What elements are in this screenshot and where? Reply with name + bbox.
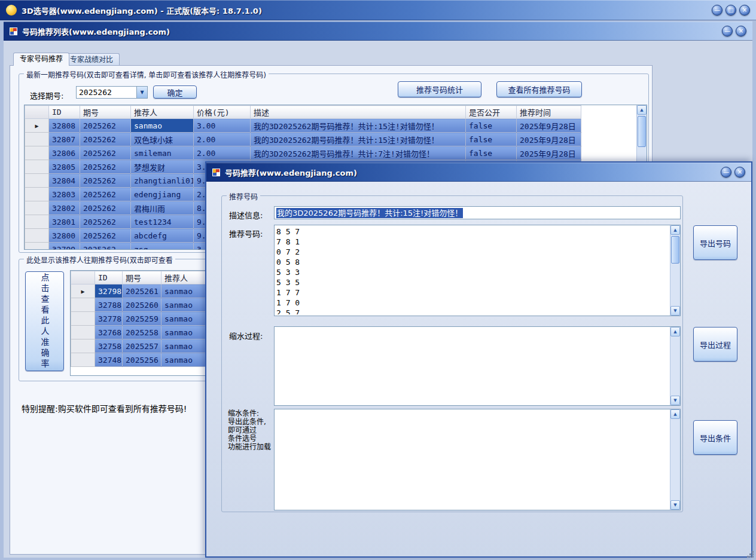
row-header[interactable]: ▶	[71, 284, 95, 298]
view-all-button[interactable]: 查看所有推荐号码	[496, 81, 582, 97]
scroll-down-button[interactable]: ▼	[670, 500, 680, 510]
minimize-button[interactable]: —	[721, 167, 731, 178]
grid-cell[interactable]: zsg	[131, 243, 194, 250]
table-row[interactable]: ▶328082025262sanmao3.00我的3D2025262期号码推荐！…	[25, 119, 581, 133]
close-button[interactable]: ×	[736, 26, 746, 36]
export-numbers-button[interactable]: 导出号码	[693, 225, 737, 260]
scrollbar-track[interactable]	[670, 336, 680, 396]
list-window-titlebar[interactable]: 号码推荐列表(www.edengjiang.com) — ×	[4, 22, 752, 41]
grid-cell[interactable]: 2025257	[123, 339, 161, 353]
grid-cell[interactable]: 我的3D2025262期号码推荐！共计:15注!对错勿怪！	[251, 133, 466, 146]
scroll-up-button[interactable]: ▲	[670, 409, 680, 419]
scroll-down-button[interactable]: ▼	[670, 306, 680, 316]
grid-cell[interactable]: 君梅川雨	[131, 201, 194, 215]
main-titlebar[interactable]: 3D选号器(www.edengjiang.com) - 正式版(版本号: 18.…	[0, 0, 756, 20]
grid-cell[interactable]: 2025年9月28日	[517, 119, 581, 133]
row-header[interactable]	[25, 160, 49, 174]
scroll-up-button[interactable]: ▲	[670, 225, 680, 235]
grid-cell[interactable]: false	[466, 133, 517, 146]
scrollbar-thumb[interactable]	[638, 116, 646, 147]
scrollbar-track[interactable]	[670, 235, 680, 306]
tab-expert-recommend[interactable]: 专家号码推荐	[13, 53, 69, 66]
grid-cell[interactable]: 32804	[49, 174, 80, 188]
grid-cell[interactable]: 2025年9月28日	[517, 133, 581, 146]
column-header[interactable]: ID	[95, 271, 123, 284]
export-condition-button[interactable]: 导出条件	[693, 420, 737, 455]
grid-cell[interactable]: 2025262	[80, 119, 131, 133]
grid-cell[interactable]: 32778	[95, 312, 123, 326]
grid-cell[interactable]: test1234	[131, 215, 194, 229]
accuracy-button[interactable]: 点击查看此人准确率	[25, 271, 64, 371]
row-header[interactable]	[25, 201, 49, 215]
row-header[interactable]	[25, 229, 49, 243]
grid-cell[interactable]: false	[466, 146, 517, 160]
grid-cell[interactable]: smileman	[131, 146, 194, 160]
export-process-button[interactable]: 导出过程	[693, 327, 737, 362]
grid-cell[interactable]: 梦想发财	[131, 160, 194, 174]
grid-cell[interactable]: 2025262	[80, 243, 131, 250]
column-header[interactable]: 期号	[80, 106, 131, 119]
column-header[interactable]: 推荐时间	[517, 106, 581, 119]
scroll-up-button[interactable]: ▲	[637, 105, 647, 115]
row-header[interactable]	[71, 353, 95, 367]
table-row[interactable]: 328072025262双色球小妹2.00我的3D2025262期号码推荐！共计…	[25, 133, 581, 146]
grid-cell[interactable]: 2025262	[80, 160, 131, 174]
row-header[interactable]	[25, 243, 49, 250]
grid-cell[interactable]: 2025262	[80, 174, 131, 188]
row-header[interactable]	[71, 298, 95, 312]
grid-cell[interactable]: 2025年9月28日	[517, 146, 581, 160]
resize-grip[interactable]	[746, 550, 754, 558]
maximize-button[interactable]: □	[725, 5, 736, 16]
row-header[interactable]	[25, 106, 49, 119]
grid-cell[interactable]: 2025262	[80, 229, 131, 243]
period-combobox[interactable]: 2025262 ▼	[76, 86, 148, 99]
grid-cell[interactable]: edengjiang	[131, 188, 194, 201]
grid-cell[interactable]: 32748	[95, 353, 123, 367]
vertical-scrollbar[interactable]: ▲ ▼	[670, 409, 680, 510]
grid-cell[interactable]: 32768	[95, 326, 123, 339]
column-header[interactable]: 描述	[251, 106, 466, 119]
detail-window-titlebar[interactable]: 号码推荐(www.edengjiang.com) — ×	[206, 163, 751, 182]
grid-cell[interactable]: 32802	[49, 201, 80, 215]
grid-cell[interactable]: 3.00	[194, 119, 251, 133]
row-header[interactable]	[25, 133, 49, 146]
row-header[interactable]	[71, 339, 95, 353]
grid-cell[interactable]: 2025262	[80, 146, 131, 160]
grid-cell[interactable]: false	[466, 119, 517, 133]
grid-cell[interactable]: 2025260	[123, 298, 161, 312]
process-textarea[interactable]: ▲ ▼	[274, 326, 681, 406]
row-header[interactable]	[25, 215, 49, 229]
description-input[interactable]: 我的3D2025262期号码推荐！共计:15注!对错勿怪！	[274, 206, 681, 219]
row-header[interactable]	[71, 326, 95, 339]
grid-cell[interactable]: 我的3D2025262期号码推荐！共计:7注!对错勿怪！	[251, 146, 466, 160]
grid-cell[interactable]: sanmao	[131, 119, 194, 133]
minimize-button[interactable]: —	[712, 5, 723, 16]
close-button[interactable]: ×	[739, 5, 750, 16]
grid-cell[interactable]: 32798	[95, 284, 123, 298]
grid-cell[interactable]: 2025262	[80, 133, 131, 146]
column-header[interactable]: ID	[49, 106, 80, 119]
grid-cell[interactable]: 我的3D2025262期号码推荐！共计:15注!对错勿怪！	[251, 119, 466, 133]
minimize-button[interactable]: —	[722, 26, 733, 36]
scroll-up-button[interactable]: ▲	[670, 327, 680, 336]
tab-expert-compare[interactable]: 专家战绩对比	[63, 53, 120, 66]
scrollbar-thumb[interactable]	[671, 236, 679, 264]
grid-cell[interactable]: 2025256	[123, 353, 161, 367]
grid-cell[interactable]: 32799	[49, 243, 80, 250]
table-row[interactable]: 328062025262smileman2.00我的3D2025262期号码推荐…	[25, 146, 581, 160]
scrollbar-track[interactable]	[670, 419, 680, 500]
column-header[interactable]: 是否公开	[466, 106, 517, 119]
grid-cell[interactable]: zhangtianli01	[131, 174, 194, 188]
row-header[interactable]: ▶	[25, 119, 49, 133]
close-button[interactable]: ×	[734, 167, 745, 178]
grid-cell[interactable]: abcdefg	[131, 229, 194, 243]
row-header[interactable]	[71, 312, 95, 326]
grid-cell[interactable]: 32788	[95, 298, 123, 312]
dropdown-arrow-icon[interactable]: ▼	[136, 87, 147, 98]
grid-cell[interactable]: 32758	[95, 339, 123, 353]
numbers-textarea[interactable]: 8 5 7 7 8 1 0 7 2 0 5 8 5 3 3 5 3 5 1 7 …	[274, 225, 681, 316]
stats-button[interactable]: 推荐号码统计	[398, 81, 481, 97]
vertical-scrollbar[interactable]: ▲ ▼	[670, 327, 680, 405]
row-header[interactable]	[25, 188, 49, 201]
grid-cell[interactable]: 32801	[49, 215, 80, 229]
